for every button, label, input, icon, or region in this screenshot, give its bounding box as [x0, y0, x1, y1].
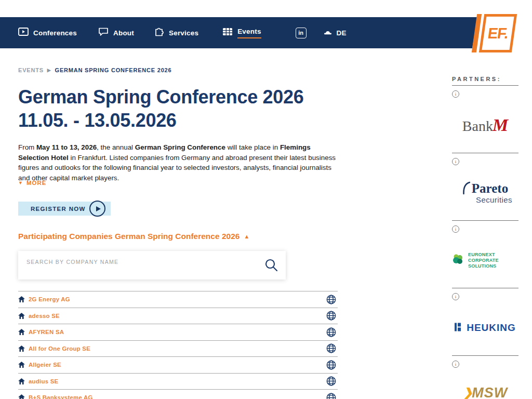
company-list: 2G Energy AG adesso SE AFYREN SA All for…	[18, 291, 338, 399]
company-name-link[interactable]: Allgeier SE	[29, 362, 326, 368]
home-icon	[18, 394, 25, 399]
website-globe-icon[interactable]	[326, 327, 337, 338]
register-now-button[interactable]: REGISTER NOW	[18, 202, 111, 216]
company-name-link[interactable]: All for One Group SE	[29, 345, 326, 352]
heuking-mark-icon	[455, 323, 463, 334]
participating-companies-heading[interactable]: Participating Companies German Spring Co…	[18, 232, 249, 241]
nav-item-events[interactable]: Events	[222, 28, 261, 38]
puzzle-icon	[154, 27, 164, 38]
info-icon[interactable]: i	[452, 90, 459, 98]
company-name-link[interactable]: audius SE	[29, 378, 326, 384]
info-icon[interactable]: i	[452, 361, 459, 368]
intro-paragraph: From May 11 to 13, 2026, the annual Germ…	[18, 142, 337, 183]
speech-bubble-icon	[98, 28, 109, 38]
participants-heading-label: Participating Companies German Spring Co…	[18, 232, 240, 241]
breadcrumb-current: GERMAN SPRING CONFERENCE 2026	[55, 67, 172, 73]
company-row[interactable]: audius SE	[18, 373, 338, 390]
euronext-logo-line2: CORPORATE SOLUTIONS	[468, 258, 518, 269]
logo-box: EF.	[479, 14, 517, 52]
euronext-logo-line1: EURONEXT	[468, 252, 518, 258]
info-icon[interactable]: i	[452, 293, 459, 300]
table-icon	[222, 28, 233, 38]
page-title: German Spring Conference 2026 11.05. - 1…	[18, 85, 351, 132]
pareto-swoosh-icon	[462, 181, 470, 197]
partner-section-pareto: i Pareto Securities	[452, 153, 518, 220]
info-icon[interactable]: i	[452, 225, 459, 233]
top-navbar: Conferences About Services Events in DE	[0, 17, 532, 48]
hat-icon	[324, 28, 332, 37]
nav-label: Conferences	[33, 29, 77, 37]
home-icon	[18, 345, 25, 352]
company-row[interactable]: Allgeier SE	[18, 356, 338, 373]
company-name-link[interactable]: B+S Banksysteme AG	[29, 394, 326, 399]
nav-label: Events	[237, 28, 261, 38]
home-icon	[18, 329, 25, 335]
linkedin-icon[interactable]: in	[296, 28, 307, 38]
home-icon	[18, 296, 25, 302]
nav-item-services[interactable]: Services	[154, 27, 198, 38]
nav-item-conferences[interactable]: Conferences	[18, 28, 77, 38]
register-label: REGISTER NOW	[31, 206, 86, 212]
euronext-blob-icon	[452, 253, 465, 268]
chevron-down-icon: ▼	[18, 180, 23, 185]
website-globe-icon[interactable]	[326, 376, 337, 387]
language-label: DE	[337, 29, 347, 37]
more-link[interactable]: ▼ MORE	[18, 180, 46, 186]
breadcrumb: EVENTS ▶ GERMAN SPRING CONFERENCE 2026	[18, 67, 171, 73]
website-globe-icon[interactable]	[326, 310, 337, 321]
home-icon	[18, 362, 25, 368]
play-screen-icon	[18, 28, 29, 38]
partners-heading: PARTNERS:	[452, 76, 518, 82]
more-label: MORE	[26, 180, 47, 186]
company-row[interactable]: 2G Energy AG	[18, 291, 338, 308]
partner-logo-msw[interactable]: ❯ MSW Passion for Numbers.	[452, 368, 518, 399]
partner-logo-euronext[interactable]: EURONEXT CORPORATE SOLUTIONS	[452, 233, 518, 288]
pareto-logo-subtext: Securities	[476, 195, 512, 204]
page-title-line2: 11.05. - 13.05.2026	[18, 109, 351, 132]
website-globe-icon[interactable]	[326, 294, 337, 305]
website-globe-icon[interactable]	[326, 360, 337, 370]
msw-logo-text: MSW	[472, 385, 508, 399]
company-row[interactable]: AFYREN SA	[18, 324, 338, 340]
website-globe-icon[interactable]	[326, 392, 337, 399]
pareto-logo-text: Pareto	[472, 181, 508, 196]
partner-logo-heuking[interactable]: HEUKING	[452, 300, 518, 355]
website-globe-icon[interactable]	[326, 343, 337, 354]
partner-section-euronext: i EURONEXT CORPORATE SOLUTIONS	[452, 220, 518, 288]
nav-label: About	[113, 29, 134, 37]
partner-section-msw: i ❯ MSW Passion for Numbers.	[452, 355, 518, 399]
company-search-input[interactable]	[18, 251, 286, 280]
nav-label: Services	[169, 29, 198, 37]
bankm-logo-m: M	[493, 115, 508, 135]
home-icon	[18, 378, 25, 384]
logo-text: EF.	[487, 25, 510, 42]
breadcrumb-events-link[interactable]: EVENTS	[18, 67, 44, 73]
company-search-box	[18, 251, 286, 280]
company-name-link[interactable]: 2G Energy AG	[29, 296, 326, 302]
play-circle-icon[interactable]	[89, 201, 105, 217]
info-icon[interactable]: i	[452, 158, 459, 165]
ef-logo[interactable]: EF.	[470, 14, 532, 52]
page: { "nav": { "items": [ { "label": "Confer…	[0, 0, 532, 399]
partner-section-bankm: i BankM	[452, 85, 518, 153]
partner-section-heuking: i HEUKING	[452, 288, 518, 355]
heuking-logo-text: HEUKING	[467, 322, 516, 334]
company-row[interactable]: B+S Banksysteme AG	[18, 389, 338, 399]
bankm-logo-text: Bank	[462, 118, 493, 134]
company-name-link[interactable]: adesso SE	[29, 313, 326, 319]
company-name-link[interactable]: AFYREN SA	[29, 329, 326, 335]
search-icon[interactable]	[264, 258, 278, 274]
chevron-up-icon: ▲	[244, 233, 249, 240]
partner-logo-bankm[interactable]: BankM	[452, 98, 518, 153]
page-title-line1: German Spring Conference 2026	[18, 85, 351, 109]
nav-item-about[interactable]: About	[98, 28, 134, 38]
company-row[interactable]: All for One Group SE	[18, 340, 338, 357]
partners-sidebar: PARTNERS: i BankM i Pareto Securities i	[452, 76, 518, 399]
home-icon	[18, 313, 25, 319]
breadcrumb-arrow-icon: ▶	[47, 68, 51, 73]
partner-logo-pareto[interactable]: Pareto Securities	[452, 165, 518, 220]
language-switcher[interactable]: DE	[324, 28, 347, 37]
company-row[interactable]: adesso SE	[18, 308, 338, 324]
